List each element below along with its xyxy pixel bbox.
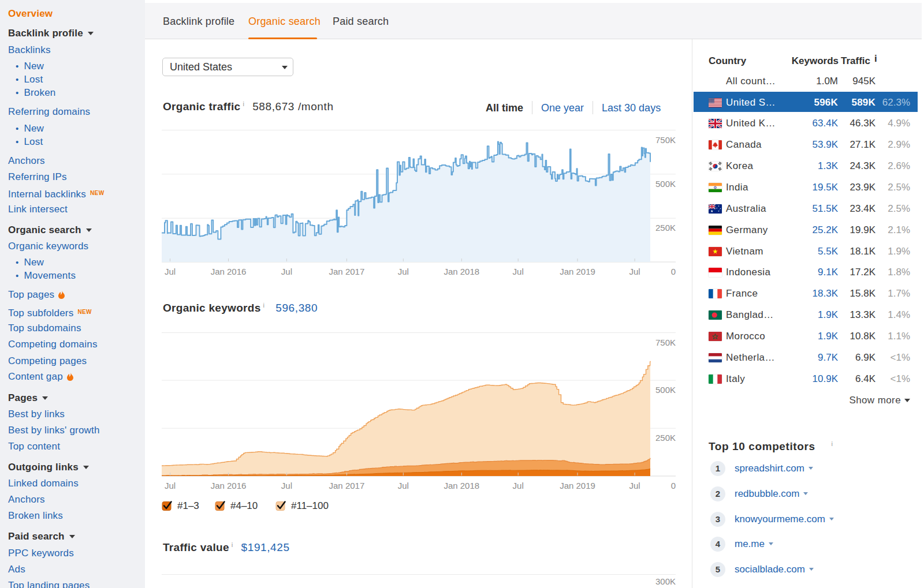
svg-text:Jan 2018: Jan 2018 <box>444 267 479 276</box>
svg-text:750K: 750K <box>655 135 676 145</box>
svg-text:Jul: Jul <box>629 267 640 276</box>
svg-text:Jul: Jul <box>398 481 409 490</box>
svg-text:Jan 2017: Jan 2017 <box>329 481 365 490</box>
svg-text:Jan 2018: Jan 2018 <box>444 481 479 490</box>
svg-text:Jan 2016: Jan 2016 <box>211 481 247 490</box>
svg-text:Jan 2019: Jan 2019 <box>560 267 595 276</box>
svg-text:Jul: Jul <box>281 481 292 490</box>
svg-text:Jul: Jul <box>513 481 524 490</box>
svg-text:Jan 2016: Jan 2016 <box>211 267 247 276</box>
svg-text:Jan 2017: Jan 2017 <box>329 267 365 276</box>
svg-text:Jan 2019: Jan 2019 <box>560 481 595 490</box>
svg-text:750K: 750K <box>655 338 676 347</box>
svg-text:Jul: Jul <box>165 481 176 490</box>
svg-text:Jul: Jul <box>165 267 176 276</box>
svg-text:250K: 250K <box>655 433 676 443</box>
svg-text:250K: 250K <box>655 223 676 233</box>
svg-text:Jul: Jul <box>629 481 640 490</box>
svg-text:Jul: Jul <box>398 267 409 276</box>
svg-text:500K: 500K <box>655 179 676 189</box>
svg-text:Jul: Jul <box>513 267 524 276</box>
svg-text:300K: 300K <box>655 576 676 586</box>
svg-text:0: 0 <box>671 267 676 276</box>
svg-text:Jul: Jul <box>281 267 292 276</box>
svg-text:500K: 500K <box>655 385 676 395</box>
svg-text:0: 0 <box>671 481 676 490</box>
